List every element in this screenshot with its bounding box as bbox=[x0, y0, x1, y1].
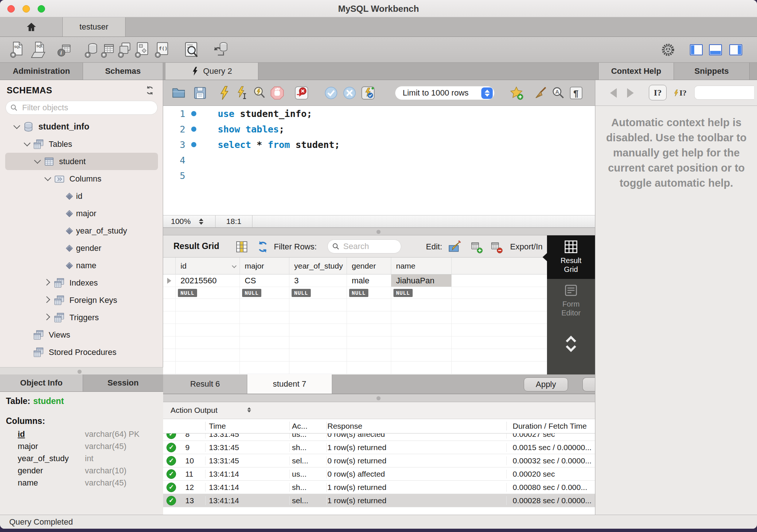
grid-empty-row[interactable] bbox=[163, 349, 595, 362]
commit-icon[interactable] bbox=[324, 86, 338, 100]
chevron-right-icon[interactable] bbox=[42, 280, 53, 285]
reconnect-dbms-icon[interactable] bbox=[213, 41, 230, 58]
save-script-icon[interactable] bbox=[193, 86, 207, 100]
toggle-invisible-characters-icon[interactable]: ¶ bbox=[569, 86, 583, 100]
chevron-right-icon[interactable] bbox=[42, 298, 53, 303]
tab-administration[interactable]: Administration bbox=[0, 63, 83, 80]
grid-null-cell[interactable]: NULL bbox=[289, 287, 347, 299]
tree-item-triggers[interactable]: Triggers bbox=[0, 309, 163, 326]
new-sql-tab-icon[interactable]: SQL bbox=[9, 41, 26, 58]
grid-column-header-year_of_study[interactable]: year_of_study bbox=[289, 258, 347, 274]
chevron-down-icon[interactable] bbox=[21, 142, 32, 146]
rollback-icon[interactable] bbox=[343, 86, 357, 100]
grid-null-cell[interactable]: NULL bbox=[176, 287, 240, 299]
tree-item-indexes[interactable]: Indexes bbox=[0, 274, 163, 291]
chevron-down-icon[interactable] bbox=[42, 176, 53, 181]
tab-snippets[interactable]: Snippets bbox=[674, 63, 750, 80]
toggle-autocommit-icon[interactable] bbox=[361, 86, 375, 100]
create-schema-icon[interactable] bbox=[83, 41, 100, 58]
beautify-script-icon[interactable] bbox=[534, 86, 548, 100]
execute-current-statement-icon[interactable] bbox=[235, 86, 249, 100]
tree-item-student-info[interactable]: student_info bbox=[0, 118, 163, 135]
form-editor-view-button[interactable]: Form Editor bbox=[547, 279, 595, 322]
stop-query-icon[interactable] bbox=[270, 86, 284, 100]
grid-empty-row[interactable] bbox=[163, 362, 595, 374]
grid-empty-row[interactable] bbox=[163, 299, 595, 311]
time-column-header[interactable]: Time bbox=[205, 422, 289, 431]
search-data-icon[interactable] bbox=[183, 41, 200, 58]
chevron-down-icon[interactable] bbox=[11, 124, 22, 129]
toggle-output-area-button[interactable] bbox=[709, 44, 722, 55]
action-output-row-12[interactable]: ✓1213:41:14sh...1 row(s) returned0.00080… bbox=[163, 481, 595, 494]
action-output-row-13[interactable]: ✓1313:41:14sel...1 row(s) returned0.0002… bbox=[163, 494, 595, 507]
delete-row-icon[interactable] bbox=[489, 240, 503, 253]
toggle-sidebar-button[interactable] bbox=[690, 44, 703, 55]
grid-empty-row[interactable] bbox=[163, 324, 595, 336]
result-output-splitter[interactable] bbox=[163, 394, 595, 402]
create-table-icon[interactable] bbox=[100, 41, 117, 58]
explain-plan-icon[interactable] bbox=[252, 86, 266, 100]
result-grid-view-button[interactable]: Result Grid bbox=[547, 235, 595, 279]
tab-query-2[interactable]: Query 2 bbox=[165, 63, 258, 80]
create-view-icon[interactable] bbox=[117, 41, 134, 58]
grid-column-header-major[interactable]: major bbox=[240, 258, 289, 274]
grid-column-header-gender[interactable]: gender bbox=[347, 258, 391, 274]
tree-item-id[interactable]: id bbox=[0, 187, 163, 205]
tree-item-major[interactable]: major bbox=[0, 205, 163, 222]
connection-tab-testuser[interactable]: testuser bbox=[63, 17, 125, 37]
grid-cell[interactable]: CS bbox=[240, 274, 289, 287]
grid-cell[interactable]: JiahuaPan bbox=[391, 274, 452, 287]
save-snippet-icon[interactable] bbox=[509, 86, 523, 100]
toggle-automatic-help-button[interactable]: I? bbox=[670, 86, 689, 100]
tab-student-7[interactable]: student 7 bbox=[247, 374, 332, 394]
result-grid-table[interactable]: idmajoryear_of_studygendername20215560CS… bbox=[163, 258, 595, 374]
chevron-down-icon[interactable] bbox=[32, 159, 43, 164]
grid-empty-row[interactable] bbox=[163, 311, 595, 324]
tab-object-info[interactable]: Object Info bbox=[0, 374, 83, 391]
tree-item-gender[interactable]: gender bbox=[0, 239, 163, 257]
tab-schemas[interactable]: Schemas bbox=[83, 63, 163, 80]
result-search-input[interactable] bbox=[343, 241, 390, 252]
apply-button[interactable]: Apply bbox=[524, 377, 568, 391]
preferences-gear-icon[interactable] bbox=[661, 42, 675, 57]
grid-cell[interactable]: male bbox=[347, 274, 391, 287]
tree-item-year-of-study[interactable]: year_of_study bbox=[0, 222, 163, 239]
response-column-header[interactable]: Response bbox=[326, 422, 506, 431]
edit-record-icon[interactable] bbox=[448, 240, 461, 253]
grid-view-icon[interactable] bbox=[235, 240, 248, 253]
context-help-caret-button[interactable]: I? bbox=[649, 85, 667, 100]
action-output-row-9[interactable]: ✓913:31:45sh...1 row(s) returned0.0015 s… bbox=[163, 441, 595, 454]
inspector-icon[interactable]: i bbox=[56, 41, 73, 58]
sidebar-splitter[interactable] bbox=[0, 367, 163, 374]
tree-item-student[interactable]: student bbox=[5, 153, 158, 170]
grid-column-header-id[interactable]: id bbox=[176, 258, 240, 274]
chevron-right-icon[interactable] bbox=[42, 315, 53, 320]
action-output-row-8[interactable]: ✓813:31:45us...0 row(s) affected0.00027 … bbox=[163, 433, 595, 441]
toggle-secondary-sidebar-button[interactable] bbox=[729, 44, 742, 55]
filter-objects-input[interactable] bbox=[21, 103, 143, 113]
tree-item-tables[interactable]: Tables bbox=[0, 135, 163, 153]
tab-context-help[interactable]: Context Help bbox=[598, 63, 674, 80]
tree-item-name[interactable]: name bbox=[0, 257, 163, 274]
tab-session[interactable]: Session bbox=[83, 374, 163, 391]
help-search-input[interactable] bbox=[698, 86, 754, 99]
tree-item-views[interactable]: Views bbox=[0, 326, 163, 343]
toggle-stop-on-error-icon[interactable] bbox=[295, 86, 309, 100]
revert-button-partial[interactable] bbox=[582, 377, 595, 391]
execute-script-icon[interactable] bbox=[217, 86, 231, 100]
create-diagram-icon[interactable] bbox=[134, 41, 151, 58]
code-line[interactable]: 4 bbox=[163, 152, 595, 168]
action-column-header[interactable]: Ac... bbox=[289, 422, 326, 431]
action-output-row-10[interactable]: ✓1013:31:45sel...0 row(s) returned0.0003… bbox=[163, 454, 595, 467]
grid-cell[interactable]: 20215560 bbox=[176, 274, 240, 287]
grid-cell[interactable]: 3 bbox=[289, 274, 347, 287]
tree-item-columns[interactable]: Columns bbox=[0, 170, 163, 187]
tab-result-6[interactable]: Result 6 bbox=[163, 374, 247, 394]
code-line[interactable]: 2show tables; bbox=[163, 121, 595, 137]
code-line[interactable]: 1use student_info; bbox=[163, 106, 595, 121]
help-back-icon[interactable] bbox=[610, 88, 617, 98]
grid-data-row[interactable]: 20215560CS3maleJiahuaPan bbox=[163, 274, 595, 287]
code-line[interactable]: 5 bbox=[163, 168, 595, 183]
grid-null-cell[interactable]: NULL bbox=[240, 287, 289, 299]
duration-column-header[interactable]: Duration / Fetch Time bbox=[506, 422, 595, 431]
